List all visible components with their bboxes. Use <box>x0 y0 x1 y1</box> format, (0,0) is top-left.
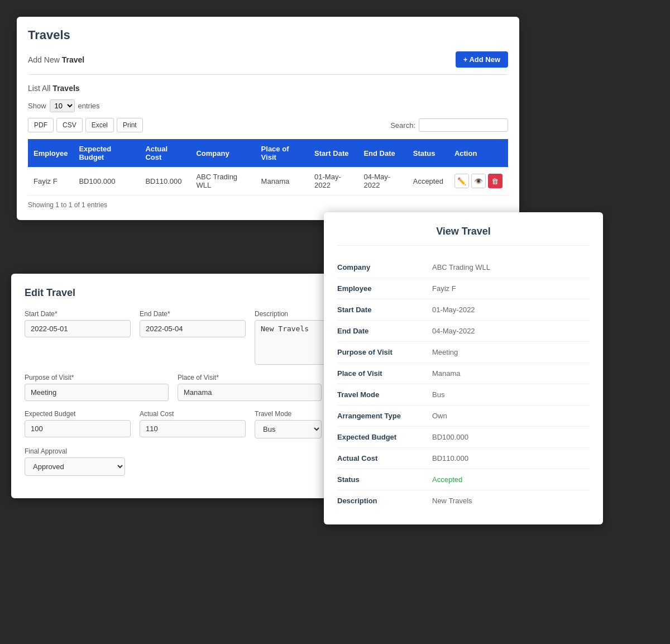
export-buttons-group: PDF CSV Excel Print <box>28 118 143 132</box>
col-start-date: Start Date <box>309 139 358 167</box>
view-detail-row: Start Date 01-May-2022 <box>337 299 590 321</box>
print-button[interactable]: Print <box>117 118 143 132</box>
cell-expected-budget: BD100.000 <box>73 167 140 195</box>
cell-end-date: 04-May-2022 <box>358 167 407 195</box>
col-company: Company <box>190 139 255 167</box>
actual-cost-label: Actual Cost <box>140 410 246 418</box>
end-date-label: End Date* <box>140 310 246 318</box>
view-field-value: Own <box>432 412 447 420</box>
view-field-label: Actual Cost <box>337 454 432 462</box>
view-field-value: 04-May-2022 <box>432 327 475 335</box>
expected-budget-input[interactable] <box>25 420 131 437</box>
expected-budget-label: Expected Budget <box>25 410 131 418</box>
col-actual-cost: Actual Cost <box>140 139 190 167</box>
col-place-of-visit: Place of Visit <box>256 139 309 167</box>
form-row-purpose-place: Purpose of Visit* Place of Visit* <box>25 374 322 401</box>
view-field-value: Bus <box>432 390 444 399</box>
view-action-button[interactable]: 👁️ <box>471 174 486 188</box>
search-input[interactable] <box>419 118 508 132</box>
cell-company: ABC Trading WLL <box>190 167 255 195</box>
view-travel-title: View Travel <box>337 226 590 246</box>
view-field-value: BD100.000 <box>432 433 468 441</box>
entries-select[interactable]: 10 25 50 <box>50 99 75 112</box>
cell-start-date: 01-May-2022 <box>309 167 358 195</box>
add-travel-bar: Add New Travel + Add New <box>28 51 508 75</box>
col-action: Action <box>449 139 508 167</box>
view-field-label: Expected Budget <box>337 433 432 441</box>
view-rows-container: Company ABC Trading WLL Employee Fayiz F… <box>337 257 590 511</box>
form-group-place: Place of Visit* <box>178 374 322 401</box>
csv-button[interactable]: CSV <box>56 118 83 132</box>
view-field-label: Employee <box>337 284 432 293</box>
add-section-label: Add New Travel <box>28 55 84 64</box>
table-controls: Show 10 25 50 entries <box>28 99 508 112</box>
col-status: Status <box>408 139 449 167</box>
form-group-start-date: Start Date* <box>25 310 131 365</box>
view-field-label: Start Date <box>337 306 432 314</box>
view-detail-row: Company ABC Trading WLL <box>337 257 590 278</box>
view-detail-row: Travel Mode Bus <box>337 384 590 406</box>
list-section-label: List All Travels <box>28 84 508 93</box>
add-new-button[interactable]: + Add New <box>456 51 508 68</box>
show-label: Show <box>28 102 46 110</box>
view-detail-row: Status Accepted <box>337 469 590 490</box>
form-group-purpose: Purpose of Visit* <box>25 374 169 401</box>
edit-action-button[interactable]: ✏️ <box>454 174 469 188</box>
place-input[interactable] <box>178 384 322 401</box>
view-field-label: Company <box>337 263 432 271</box>
form-group-actual-cost: Actual Cost <box>140 410 246 438</box>
form-row-budget-travel: Expected Budget Actual Cost Travel Mode … <box>25 410 322 438</box>
travel-mode-select[interactable]: Bus Car Flight <box>255 420 322 438</box>
end-date-input[interactable] <box>140 320 246 337</box>
view-field-value: ABC Trading WLL <box>432 263 490 271</box>
view-detail-row: Actual Cost BD110.000 <box>337 448 590 469</box>
view-travel-card: View Travel Company ABC Trading WLL Empl… <box>324 212 603 524</box>
view-field-value: Accepted <box>432 475 462 484</box>
travel-mode-label: Travel Mode <box>255 410 322 418</box>
form-group-expected-budget: Expected Budget <box>25 410 131 438</box>
delete-action-button[interactable]: 🗑 <box>488 174 502 188</box>
view-detail-row: Purpose of Visit Meeting <box>337 342 590 363</box>
view-detail-row: Place of Visit Manama <box>337 363 590 384</box>
final-approval-select[interactable]: Approved Pending Rejected <box>25 457 125 476</box>
view-detail-row: Description New Travels <box>337 490 590 511</box>
cell-place-of-visit: Manama <box>256 167 309 195</box>
view-field-value: Fayiz F <box>432 284 456 293</box>
col-expected-budget: Expected Budget <box>73 139 140 167</box>
travels-list-card: Travels Add New Travel + Add New List Al… <box>17 17 519 220</box>
view-field-value: New Travels <box>432 497 472 505</box>
page-title: Travels <box>28 28 508 42</box>
form-group-final-approval: Final Approval Approved Pending Rejected <box>25 447 125 476</box>
purpose-label: Purpose of Visit* <box>25 374 169 381</box>
place-label: Place of Visit* <box>178 374 322 381</box>
cell-status: Accepted <box>408 167 449 195</box>
showing-entries-text: Showing 1 to 1 of 1 entries <box>28 201 508 209</box>
entries-label: entries <box>78 102 100 110</box>
view-detail-row: Arrangement Type Own <box>337 406 590 427</box>
cell-action: ✏️ 👁️ 🗑 <box>449 167 508 195</box>
view-field-label: Status <box>337 475 432 484</box>
start-date-input[interactable] <box>25 320 131 337</box>
view-field-value: BD110.000 <box>432 454 468 462</box>
view-field-label: End Date <box>337 327 432 335</box>
table-row: Fayiz F BD100.000 BD110.000 ABC Trading … <box>28 167 508 195</box>
view-field-label: Arrangement Type <box>337 412 432 420</box>
view-field-label: Travel Mode <box>337 390 432 399</box>
view-field-label: Place of Visit <box>337 369 432 378</box>
form-row-approval: Final Approval Approved Pending Rejected <box>25 447 322 476</box>
col-employee: Employee <box>28 139 73 167</box>
start-date-label: Start Date* <box>25 310 131 318</box>
edit-travel-card: Edit Travel Start Date* End Date* Descri… <box>11 274 335 498</box>
form-group-travel-mode: Travel Mode Bus Car Flight <box>255 410 322 438</box>
view-field-label: Description <box>337 497 432 505</box>
excel-button[interactable]: Excel <box>85 118 114 132</box>
form-row-dates-desc: Start Date* End Date* Description New Tr… <box>25 310 322 365</box>
view-detail-row: Expected Budget BD100.000 <box>337 427 590 448</box>
export-buttons-bar: PDF CSV Excel Print Search: <box>28 118 508 132</box>
actual-cost-input[interactable] <box>140 420 246 437</box>
search-area: Search: <box>390 118 508 132</box>
search-label: Search: <box>390 121 415 130</box>
view-field-value: 01-May-2022 <box>432 306 475 314</box>
pdf-button[interactable]: PDF <box>28 118 54 132</box>
purpose-input[interactable] <box>25 384 169 401</box>
